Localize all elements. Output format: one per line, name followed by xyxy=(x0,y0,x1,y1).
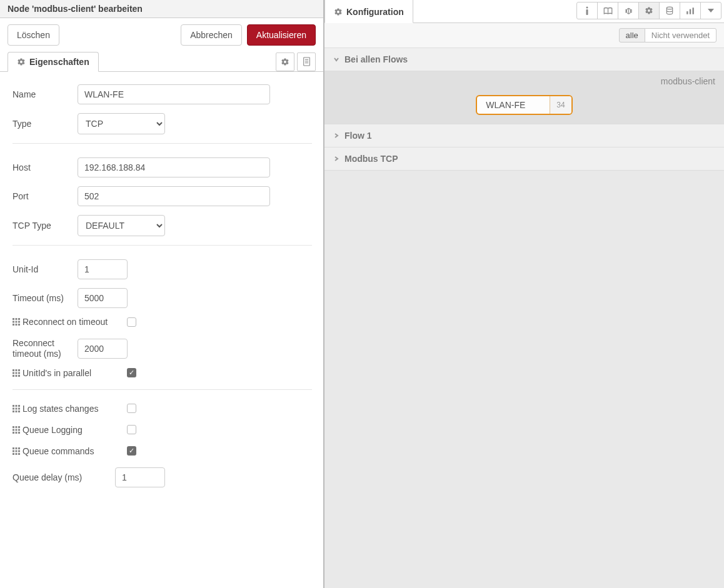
svg-rect-10 xyxy=(13,324,14,326)
svg-rect-62 xyxy=(690,9,691,14)
svg-rect-9 xyxy=(18,321,20,323)
filter-unused-button[interactable]: Nicht verwendet xyxy=(645,28,716,42)
sidebar-menu-button[interactable] xyxy=(700,2,721,19)
svg-rect-36 xyxy=(18,429,20,431)
svg-rect-20 xyxy=(16,375,18,377)
svg-rect-39 xyxy=(18,432,20,434)
svg-rect-63 xyxy=(693,7,694,14)
tab-properties[interactable]: Eigenschaften xyxy=(8,52,99,72)
queue-delay-input[interactable] xyxy=(115,467,165,487)
svg-rect-34 xyxy=(13,429,14,431)
dashboard-tab-button[interactable] xyxy=(680,2,701,19)
delete-button[interactable]: Löschen xyxy=(8,24,59,46)
database-icon xyxy=(665,6,674,15)
queue-logging-checkbox[interactable] xyxy=(127,425,136,434)
svg-rect-37 xyxy=(13,432,14,434)
info-tab-button[interactable] xyxy=(576,2,598,19)
svg-rect-30 xyxy=(18,411,20,412)
cancel-button[interactable]: Abbrechen xyxy=(181,24,242,46)
timeout-input[interactable] xyxy=(78,288,128,308)
config-node-count: 34 xyxy=(550,96,571,114)
name-label: Name xyxy=(13,89,78,99)
document-icon xyxy=(303,57,311,66)
svg-rect-6 xyxy=(18,318,20,320)
editor-toolbar: Löschen Abbrechen Aktualisieren xyxy=(0,18,323,52)
reconnect-checkbox[interactable] xyxy=(127,317,136,327)
chevron-down-icon xyxy=(333,56,339,62)
chart-icon xyxy=(686,7,695,15)
svg-rect-28 xyxy=(13,411,14,412)
port-input[interactable] xyxy=(78,186,270,206)
svg-rect-42 xyxy=(18,447,20,449)
name-input[interactable] xyxy=(78,84,270,104)
log-states-checkbox[interactable] xyxy=(127,404,136,413)
node-settings-icon-button[interactable] xyxy=(276,52,294,71)
section-all-flows[interactable]: Bei allen Flows xyxy=(324,48,724,71)
book-icon xyxy=(603,7,613,15)
chevron-right-icon xyxy=(333,132,339,139)
node-description-icon-button[interactable] xyxy=(297,52,316,71)
svg-rect-23 xyxy=(16,405,18,407)
tab-configuration-label: Konfiguration xyxy=(346,7,404,17)
svg-rect-19 xyxy=(13,375,14,377)
svg-rect-46 xyxy=(13,453,14,455)
context-tab-button[interactable] xyxy=(659,2,680,19)
editor-tabs-row: Eigenschaften xyxy=(0,52,323,72)
chevron-right-icon xyxy=(333,156,339,162)
svg-rect-16 xyxy=(13,372,14,374)
parallel-checkbox[interactable]: ✓ xyxy=(127,368,136,377)
svg-rect-43 xyxy=(13,450,14,452)
tab-configuration[interactable]: Konfiguration xyxy=(324,0,413,23)
bug-icon xyxy=(624,6,633,15)
help-tab-button[interactable] xyxy=(597,2,618,19)
svg-rect-61 xyxy=(686,11,688,14)
unitid-input[interactable] xyxy=(78,259,128,279)
svg-rect-35 xyxy=(16,429,18,431)
config-tab-button[interactable] xyxy=(638,2,660,19)
svg-rect-26 xyxy=(16,407,18,409)
svg-rect-5 xyxy=(16,318,18,320)
recon-timeout-input[interactable] xyxy=(78,339,128,359)
svg-rect-17 xyxy=(16,372,18,374)
svg-rect-38 xyxy=(16,432,18,434)
tcptype-select[interactable]: DEFAULT xyxy=(78,215,165,236)
svg-rect-22 xyxy=(13,405,14,407)
section-flow1-label: Flow 1 xyxy=(344,131,372,141)
svg-rect-50 xyxy=(586,9,588,15)
svg-rect-47 xyxy=(16,453,18,455)
config-node-wlan-fe[interactable]: WLAN-FE 34 xyxy=(476,95,572,115)
queue-commands-checkbox[interactable]: ✓ xyxy=(127,446,136,456)
svg-rect-7 xyxy=(13,321,14,323)
info-icon xyxy=(585,6,589,15)
svg-rect-4 xyxy=(13,318,14,320)
type-select[interactable]: TCP xyxy=(78,113,165,134)
svg-rect-11 xyxy=(16,324,18,326)
update-button[interactable]: Aktualisieren xyxy=(247,24,316,46)
properties-form: Name Type TCP Host Port TCP Type DEFAULT xyxy=(0,72,323,588)
unitid-label: Unit-Id xyxy=(13,264,78,274)
grid-icon xyxy=(13,369,20,377)
svg-rect-18 xyxy=(18,372,20,374)
gear-icon xyxy=(645,6,653,15)
filter-all-button[interactable]: alle xyxy=(619,28,645,42)
section-modbus-tcp[interactable]: Modbus TCP xyxy=(324,147,724,171)
svg-line-54 xyxy=(625,9,626,10)
tab-properties-label: Eigenschaften xyxy=(29,57,89,67)
queue-delay-label: Queue delay (ms) xyxy=(13,472,115,482)
tcptype-label: TCP Type xyxy=(13,221,78,231)
svg-rect-44 xyxy=(16,450,18,452)
caret-down-icon xyxy=(708,9,714,12)
config-filter-row: alle Nicht verwendet xyxy=(324,23,724,48)
editor-title: Node 'modbus-client' bearbeiten xyxy=(0,0,323,18)
svg-rect-14 xyxy=(16,369,18,371)
editor-panel: Node 'modbus-client' bearbeiten Löschen … xyxy=(0,0,324,588)
host-input[interactable] xyxy=(78,157,270,177)
svg-rect-48 xyxy=(18,453,20,455)
section-flow1[interactable]: Flow 1 xyxy=(324,124,724,147)
queue-logging-label: Queue Logging xyxy=(13,425,119,435)
svg-rect-27 xyxy=(18,407,20,409)
svg-rect-25 xyxy=(13,407,14,409)
debug-tab-button[interactable] xyxy=(618,2,639,19)
svg-line-55 xyxy=(630,9,631,10)
grid-icon xyxy=(13,426,20,434)
